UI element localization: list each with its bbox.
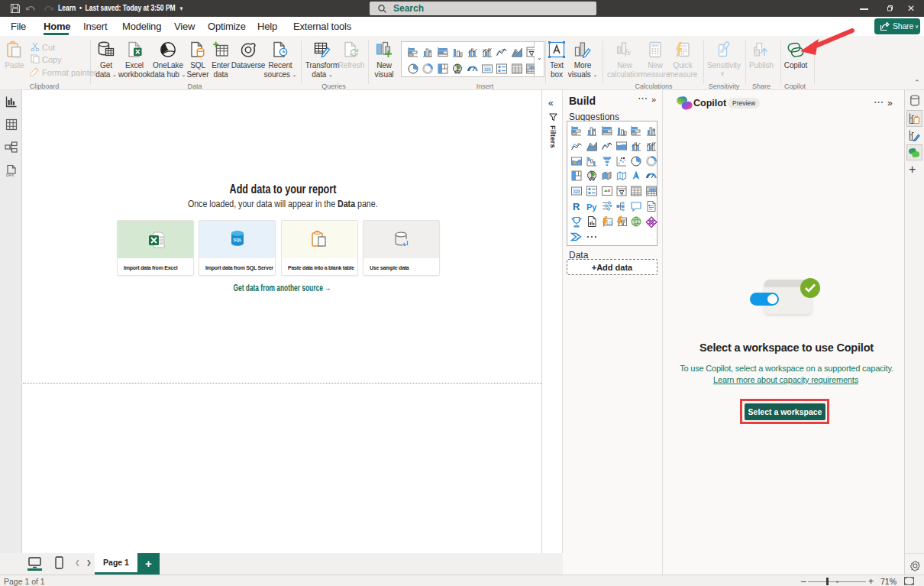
- svg-text:123: 123: [484, 67, 491, 72]
- svg-text:123: 123: [573, 189, 580, 194]
- svg-text:DAX: DAX: [6, 173, 15, 177]
- svg-text:R: R: [573, 201, 580, 212]
- svg-text:SQL: SQL: [234, 238, 243, 242]
- svg-text:Py: Py: [586, 202, 597, 212]
- svg-text:fx: fx: [625, 47, 631, 57]
